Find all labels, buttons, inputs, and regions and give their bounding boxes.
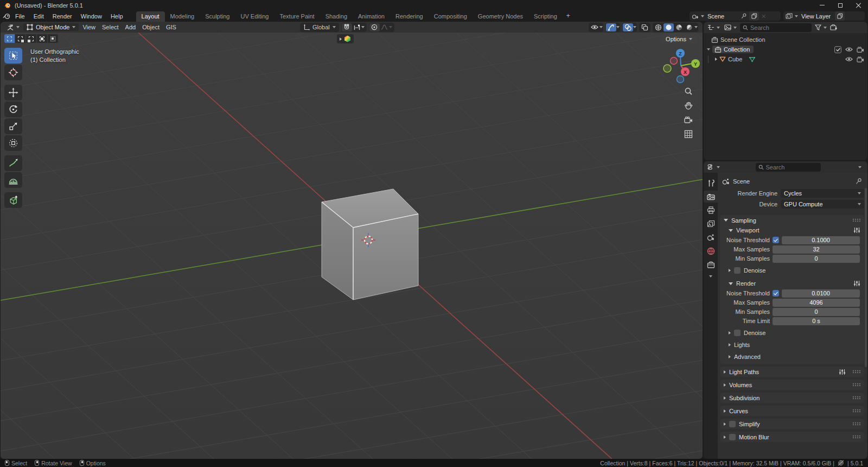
properties-search[interactable]	[756, 163, 821, 172]
zoom-button[interactable]	[684, 87, 693, 97]
close-button[interactable]	[850, 0, 868, 10]
menu-help[interactable]: Help	[106, 12, 127, 21]
new-collection-button[interactable]	[830, 24, 838, 31]
shading-solid-button[interactable]	[663, 23, 674, 31]
max-samples-value[interactable]: 32	[773, 245, 860, 254]
select-subtract-button[interactable]	[26, 34, 36, 43]
show-overlays-toggle[interactable]	[623, 23, 633, 31]
hide-eye-icon[interactable]	[845, 47, 853, 52]
minimize-button[interactable]	[813, 0, 831, 10]
tab-render[interactable]	[704, 191, 718, 203]
tab-layout[interactable]: Layout	[136, 11, 165, 22]
tool-cursor[interactable]	[4, 65, 22, 80]
outliner-search[interactable]	[740, 23, 812, 32]
menu-gis[interactable]: GIS	[163, 23, 179, 31]
select-set-button[interactable]	[4, 34, 15, 43]
tab-collection[interactable]	[704, 258, 718, 270]
advanced-subpanel-header[interactable]: Advanced	[720, 352, 864, 361]
tool-move[interactable]	[4, 85, 22, 100]
render-denoise-row[interactable]: Denoise	[720, 328, 864, 337]
panel-header[interactable]: Volumes	[720, 380, 864, 390]
presets-sliders-icon[interactable]	[853, 227, 860, 234]
snap-toggle[interactable]	[342, 23, 352, 31]
outliner-display-mode-dropdown[interactable]	[723, 24, 738, 31]
tab-scene[interactable]	[704, 231, 718, 243]
panel-header[interactable]: Subdivision	[720, 393, 864, 403]
editor-type-selector[interactable]	[4, 23, 22, 31]
menu-edit[interactable]: Edit	[29, 12, 48, 21]
noise-threshold-value[interactable]: 0.0100	[782, 289, 860, 298]
panel-grip[interactable]	[852, 409, 860, 413]
gizmo-negative-z[interactable]	[677, 76, 684, 83]
menu-select[interactable]: Select	[99, 23, 122, 31]
device-dropdown[interactable]: GPU Compute	[781, 200, 864, 209]
tab-world[interactable]	[704, 245, 718, 257]
panel-grip[interactable]	[852, 383, 860, 387]
tab-modeling[interactable]: Modeling	[165, 11, 200, 22]
panel-header[interactable]: Motion Blur	[720, 432, 864, 442]
tab-animation[interactable]: Animation	[353, 11, 390, 22]
panel-grip[interactable]	[852, 422, 860, 426]
sampling-render-subpanel-header[interactable]: Render	[720, 279, 864, 288]
noise-threshold-checkbox[interactable]	[773, 290, 779, 296]
properties-editor-type-selector[interactable]	[706, 163, 721, 171]
xray-toggle[interactable]	[640, 23, 650, 31]
proportional-falloff-dropdown[interactable]	[380, 23, 394, 31]
scene-selector[interactable]: Scene	[690, 11, 781, 21]
maximize-button[interactable]	[831, 0, 850, 10]
shading-wireframe-button[interactable]	[653, 23, 663, 31]
view-layer-browse-icon[interactable]	[786, 13, 793, 19]
disable-render-camera-icon[interactable]	[857, 56, 864, 62]
noise-threshold-value[interactable]: 0.1000	[782, 236, 860, 244]
properties-search-input[interactable]	[766, 164, 818, 171]
tab-tool[interactable]	[704, 177, 718, 189]
exclude-checkbox[interactable]	[834, 46, 841, 53]
menu-add[interactable]: Add	[123, 23, 139, 31]
tool-annotate[interactable]	[4, 155, 22, 171]
sampling-viewport-subpanel-header[interactable]: Viewport	[720, 225, 864, 235]
collapse-icon[interactable]	[707, 48, 710, 51]
tab-scripting[interactable]: Scripting	[528, 11, 563, 22]
outliner-row-collection[interactable]: Collection	[704, 45, 867, 54]
mode-dropdown[interactable]: Object Mode	[23, 23, 79, 31]
tab-geometry-nodes[interactable]: Geometry Nodes	[473, 11, 528, 22]
sampling-panel-header[interactable]: Sampling	[720, 215, 864, 225]
blender-menu-icon[interactable]	[3, 13, 11, 20]
tab-rendering[interactable]: Rendering	[390, 11, 429, 22]
outliner-row-scene-collection[interactable]: Scene Collection	[704, 35, 867, 45]
show-object-types-dropdown[interactable]	[589, 23, 599, 31]
lights-subpanel-header[interactable]: Lights	[720, 340, 864, 349]
new-scene-button[interactable]	[749, 11, 759, 21]
cube-object[interactable]	[322, 189, 418, 300]
min-samples-value[interactable]: 0	[773, 308, 860, 316]
menu-render[interactable]: Render	[48, 12, 76, 21]
view-layer-selector[interactable]: View Layer	[783, 11, 865, 21]
menu-view[interactable]: View	[80, 23, 98, 31]
scene-browse-icon[interactable]	[692, 13, 699, 19]
hide-eye-icon[interactable]	[845, 56, 853, 62]
select-invert-button[interactable]	[37, 34, 47, 43]
denoise-checkbox[interactable]	[734, 330, 741, 336]
denoise-checkbox[interactable]	[734, 267, 741, 274]
tab-sculpting[interactable]: Sculpting	[200, 11, 235, 22]
scene-name-field[interactable]: Scene	[706, 13, 739, 20]
pin-icon[interactable]	[741, 13, 747, 19]
add-workspace-button[interactable]: +	[563, 10, 574, 22]
motion-blur-checkbox[interactable]	[729, 434, 736, 440]
tab-uv-editing[interactable]: UV Editing	[235, 11, 274, 22]
menu-window[interactable]: Window	[76, 12, 106, 21]
gizmo-z-axis[interactable]: Z	[676, 49, 685, 58]
time-limit-value[interactable]: 0 s	[773, 317, 860, 325]
options-dropdown[interactable]: Options	[661, 34, 697, 43]
menu-object[interactable]: Object	[139, 23, 162, 31]
select-intersect-button[interactable]	[48, 34, 58, 43]
more-tabs-chevron-icon[interactable]	[709, 275, 712, 277]
camera-view-button[interactable]	[684, 116, 693, 125]
max-samples-value[interactable]: 4096	[773, 299, 860, 307]
presets-sliders-icon[interactable]	[853, 280, 860, 287]
gizmo-y-axis[interactable]: Y	[691, 59, 700, 68]
tab-shading[interactable]: Shading	[320, 11, 353, 22]
panel-header[interactable]: Light Paths	[720, 367, 864, 377]
new-view-layer-button[interactable]	[835, 11, 845, 21]
gizmo-negative-y[interactable]	[663, 65, 671, 72]
